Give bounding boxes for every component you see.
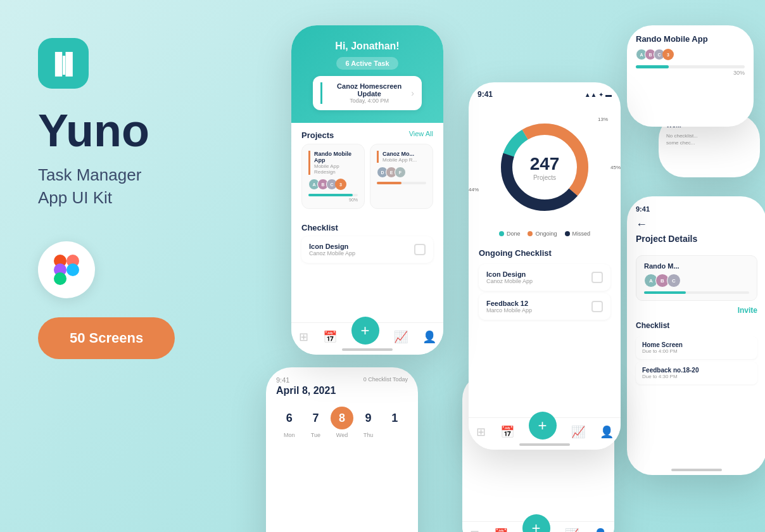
nav-add-button[interactable]: + xyxy=(351,317,379,345)
projects-grid: Rando Mobile App Mobile App Redesign A B… xyxy=(291,144,443,215)
active-task-badge: 6 Active Task xyxy=(336,57,398,70)
chevron-icon: › xyxy=(411,88,414,98)
bs-nav-profile[interactable]: 👤 xyxy=(593,528,607,532)
legend-missed: Missed xyxy=(565,231,591,237)
chart-legend: Done Ongoing Missed xyxy=(469,231,621,243)
project-card-2[interactable]: Canoz Mo... Mobile App R... D E F xyxy=(370,144,433,209)
figma-badge xyxy=(38,241,95,298)
bs-nav-calendar[interactable]: 📅 xyxy=(494,528,508,532)
project-type-1: Mobile App Redesign xyxy=(314,163,358,175)
brand-subtitle: Task Manager App UI Kit xyxy=(38,163,253,210)
nav-chart-icon[interactable]: 📈 xyxy=(394,330,408,344)
cal-day-wed[interactable]: 8 Wed xyxy=(331,407,353,438)
ongoing-title-1: Icon Design xyxy=(486,270,533,278)
task-title: Canoz Homescreen Update xyxy=(327,82,411,98)
status-icons: ▲▲ ✦ ▬ xyxy=(585,91,612,98)
pd-project-card[interactable]: Rando M... A B C xyxy=(636,255,757,301)
svg-point-4 xyxy=(66,263,79,276)
project-card-border: Rando Mobile App Mobile App Redesign xyxy=(308,151,358,175)
checkbox-ongoing-2[interactable] xyxy=(591,301,603,312)
ongoing-item-content-2: Feedback 12 Marco Mobile App xyxy=(486,300,532,314)
avatar-count: 3 xyxy=(335,179,346,190)
stats-nav-calendar[interactable]: 📅 xyxy=(500,425,514,439)
cal-days: 6 Mon 7 Tue 8 Wed 9 Thu 1 xyxy=(266,402,418,443)
cal-day-partial[interactable]: 1 xyxy=(383,407,406,438)
nav-profile-icon[interactable]: 👤 xyxy=(422,330,436,344)
screens-button[interactable]: 50 Screens xyxy=(38,317,175,359)
legend-dot-ongoing xyxy=(528,231,533,236)
bs-nav-chart[interactable]: 📈 xyxy=(565,528,579,532)
home-indicator xyxy=(342,348,393,351)
progress-fill-2 xyxy=(377,182,401,184)
donut-center: 247 Projects xyxy=(530,154,560,181)
donut-number: 247 xyxy=(530,154,560,174)
pd-item-title-2: Feedback no.18-20 xyxy=(642,367,751,374)
phone-stats: 9:41 ▲▲ ✦ ▬ 247 Projects 13% 45% 44% Don… xyxy=(469,82,621,450)
main-phone-header: Hi, Jonathan! 6 Active Task Canoz Homesc… xyxy=(291,25,443,123)
phone-project-details: 9:41 ← Project Details Rando M... A B C … xyxy=(627,196,765,475)
svg-rect-3 xyxy=(54,272,66,285)
stats-nav-grid[interactable]: ⊞ xyxy=(476,425,486,439)
tr-project-name: Rando Mobile App xyxy=(636,34,745,44)
pd-progress-fill xyxy=(644,291,686,294)
greeting-text: Hi, Jonathan! xyxy=(304,41,431,52)
pd-checklist-item-1[interactable]: Home Screen Due to 4:00 PM xyxy=(636,336,757,359)
ongoing-sub-1: Canoz Mobile App xyxy=(486,278,533,284)
progress-bar-1 xyxy=(308,194,358,196)
donut-chart-container: 247 Projects 13% 45% 44% xyxy=(469,104,621,231)
pd-checklist-label: Checklist xyxy=(627,317,765,334)
task-card-content: Canoz Homescreen Update Today, 4:00 PM xyxy=(320,82,411,104)
pd-title: Project Details xyxy=(636,234,757,244)
pd-checklist-item-2[interactable]: Feedback no.18-20 Due to 4:30 PM xyxy=(636,362,757,384)
tr-progress-pct: 30% xyxy=(636,70,745,76)
checklist-item-title: Icon Design xyxy=(309,243,355,250)
tr-avatars: A B C 3 xyxy=(636,49,745,60)
figma-icon xyxy=(54,255,79,285)
cal-day-mon[interactable]: 6 Mon xyxy=(278,407,301,438)
view-all-link[interactable]: View All xyxy=(409,130,433,137)
projects-label: Projects xyxy=(291,123,344,144)
stats-nav-chart[interactable]: 📈 xyxy=(571,425,585,439)
ongoing-item-2[interactable]: Feedback 12 Marco Mobile App xyxy=(479,293,610,320)
brand-title: Yuno xyxy=(38,108,253,153)
checkbox-ongoing-1[interactable] xyxy=(591,272,603,283)
legend-dot-done xyxy=(499,231,504,236)
cal-day-tue[interactable]: 7 Tue xyxy=(304,407,327,438)
checkbox[interactable] xyxy=(414,244,426,255)
pd-avatars: A B C xyxy=(644,274,749,288)
cal-time: 9:41 xyxy=(276,376,336,384)
pd-item-title-1: Home Screen xyxy=(642,341,751,348)
pct-ongoing-label: 45% xyxy=(610,165,621,170)
cal-day-num-7: 7 xyxy=(304,407,327,429)
home-indicator-pd xyxy=(671,469,722,471)
active-task-label: 6 Active Task xyxy=(345,60,389,67)
stats-nav-profile[interactable]: 👤 xyxy=(600,425,614,439)
ongoing-item-1[interactable]: Icon Design Canoz Mobile App xyxy=(479,264,610,291)
nav-calendar-icon[interactable]: 📅 xyxy=(323,330,337,344)
project-avatars-1: A B C 3 xyxy=(308,179,358,190)
project-card-border-2: Canoz Mo... Mobile App R... xyxy=(377,151,426,163)
ongoing-label: Ongoing Checklist xyxy=(469,243,621,262)
logo-box: ▐|▌ xyxy=(38,38,89,89)
status-bar: 9:41 ▲▲ ✦ ▬ xyxy=(477,90,612,99)
nav-grid-icon[interactable]: ⊞ xyxy=(299,330,308,344)
bs-nav-grid[interactable]: ⊞ xyxy=(470,528,479,532)
cal-day-num-partial: 1 xyxy=(383,407,406,429)
avatar: C xyxy=(667,274,681,288)
task-card[interactable]: Canoz Homescreen Update Today, 4:00 PM › xyxy=(313,76,422,110)
cal-day-label-mon: Mon xyxy=(284,432,295,438)
project-card-1[interactable]: Rando Mobile App Mobile App Redesign A B… xyxy=(301,144,365,209)
checklist-label: Checklist xyxy=(291,215,443,236)
logo-icon: ▐|▌ xyxy=(48,52,79,75)
stats-nav-add[interactable]: + xyxy=(529,412,557,440)
checklist-item-1[interactable]: Icon Design Canoz Mobile App xyxy=(301,236,433,263)
pd-back-button[interactable]: ← xyxy=(636,218,757,231)
ongoing-title-2: Feedback 12 xyxy=(486,300,532,307)
cal-day-thu[interactable]: 9 Thu xyxy=(357,407,380,438)
invite-button[interactable]: Invite xyxy=(627,301,765,317)
phone-main: Hi, Jonathan! 6 Active Task Canoz Homesc… xyxy=(291,25,443,355)
cal-day-num-9: 9 xyxy=(357,407,380,429)
bs-nav-add[interactable]: + xyxy=(522,514,550,532)
tr-progress xyxy=(636,65,745,68)
cal-left: 9:41 April 8, 2021 xyxy=(276,376,336,396)
